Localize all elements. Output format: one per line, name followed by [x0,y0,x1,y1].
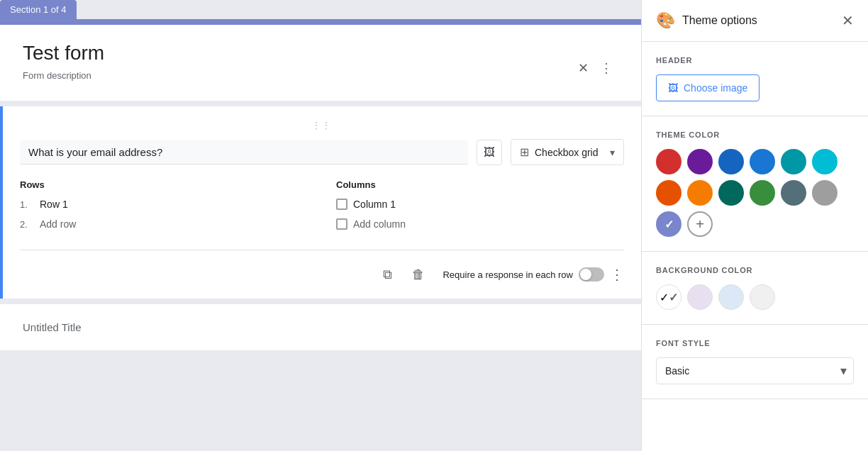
section-tab[interactable]: Section 1 of 4 [0,0,77,19]
close-theme-panel-icon[interactable]: ✕ [842,12,854,29]
drag-handle[interactable]: ⋮⋮ [20,121,624,130]
col-add-label: Add column [353,218,406,230]
more-options-icon[interactable]: ⋮ [600,60,613,76]
background-color-section: BACKGROUND COLOR ✓ [642,252,868,325]
color-cyan[interactable] [812,149,838,174]
duplicate-button[interactable]: ⧉ [374,262,400,287]
form-title: Test form [23,42,618,65]
question-input[interactable] [20,140,468,165]
font-style-section: FONT STYLE Basic Decorative Formal Playf… [642,325,868,399]
require-response-label: Require a response in each row [443,269,573,280]
columns-label: Columns [336,179,624,190]
row-1: 1. Row 1 [20,199,308,210]
col-1-label: Column 1 [353,199,396,210]
background-color-row: ✓ [656,284,854,310]
require-toggle[interactable] [579,267,604,282]
color-purple[interactable] [687,149,713,174]
color-orange[interactable] [687,180,713,206]
form-title-card: Test form Form description ✕ ⋮ [0,19,641,101]
font-style-select[interactable]: Basic Decorative Formal Playful [656,357,854,384]
color-dark-blue[interactable] [718,149,744,174]
background-color-label: BACKGROUND COLOR [656,266,854,274]
header-section: HEADER 🖼 Choose image [642,42,868,116]
col-1-checkbox [336,199,347,210]
untitled-title-text: Untitled Title [23,321,82,333]
color-blue[interactable] [750,149,775,174]
row-add-num: 2. [20,219,34,230]
collapse-icon[interactable]: ✕ [578,60,589,76]
color-indigo-selected[interactable] [656,211,681,237]
color-blue-grey[interactable] [781,180,806,206]
choose-image-button[interactable]: 🖼 Choose image [656,74,760,101]
row-1-num: 1. [20,199,34,210]
delete-button[interactable]: 🗑 [406,262,431,287]
theme-panel-header: 🎨 Theme options ✕ [642,0,868,42]
color-green[interactable] [750,180,775,206]
row-add[interactable]: 2. Add row [20,218,308,230]
bg-color-white[interactable]: ✓ [656,284,681,310]
question-type-label: Checkbox grid [535,147,599,158]
row-add-label: Add row [40,218,76,230]
theme-panel: 🎨 Theme options ✕ HEADER 🖼 Choose image … [641,0,868,451]
question-card: ⋮⋮ 🖼 ⊞ Checkbox grid ▾ Rows 1. Row 1 2. [0,106,641,299]
add-image-button[interactable]: 🖼 [477,140,502,165]
theme-color-section: THEME COLOR + [642,116,868,252]
header-section-label: HEADER [656,56,854,65]
color-teal[interactable] [781,149,806,174]
dropdown-arrow-icon: ▾ [610,147,615,158]
col-add-checkbox [336,218,347,230]
theme-color-label: THEME COLOR [656,130,854,139]
font-select-wrapper: Basic Decorative Formal Playful ▾ [656,357,854,384]
form-description: Form description [23,70,618,81]
theme-panel-title: Theme options [682,14,757,27]
theme-color-grid: + [656,149,854,237]
choose-image-label: Choose image [684,82,747,94]
question-type-dropdown[interactable]: ⊞ Checkbox grid ▾ [511,139,624,165]
bg-color-light-blue[interactable] [718,284,744,310]
palette-icon: 🎨 [656,11,675,30]
image-icon: 🖼 [668,82,678,94]
bg-color-light-grey[interactable] [750,284,775,310]
color-deep-orange[interactable] [656,180,681,206]
question-more-icon[interactable]: ⋮ [610,266,624,283]
col-add[interactable]: Add column [336,218,624,230]
bg-color-lavender[interactable] [687,284,713,310]
untitled-title-card: Untitled Title [0,304,641,350]
card-divider [20,250,624,250]
color-red[interactable] [656,149,681,174]
font-style-label: FONT STYLE [656,339,854,347]
color-grey[interactable] [812,180,838,206]
row-1-label: Row 1 [40,199,68,210]
color-dark-teal[interactable] [718,180,744,206]
rows-label: Rows [20,179,308,190]
color-add-custom[interactable]: + [687,211,713,237]
checkbox-grid-icon: ⊞ [520,145,529,159]
col-1: Column 1 [336,199,624,210]
